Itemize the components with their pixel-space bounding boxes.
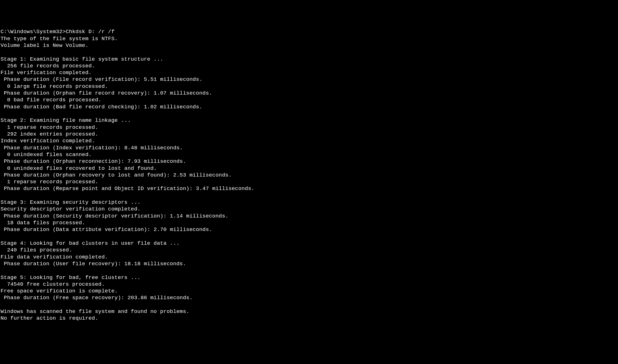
terminal-output: The type of the file system is NTFS. Vol… <box>1 35 617 322</box>
prompt-path: C:\Windows\System32> <box>1 29 66 35</box>
terminal-window[interactable]: C:\Windows\System32>Chkdsk D: /r /f The … <box>1 28 617 322</box>
command-text: Chkdsk D: /r /f <box>66 29 115 35</box>
command-prompt-line: C:\Windows\System32>Chkdsk D: /r /f <box>1 29 115 35</box>
